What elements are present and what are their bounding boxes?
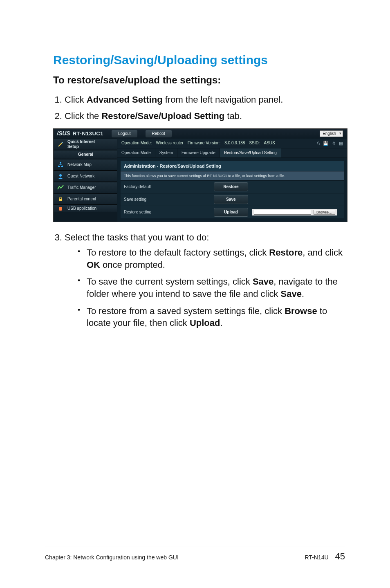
text: Select the tasks that you want to do: bbox=[65, 232, 209, 242]
bold: OK bbox=[87, 260, 100, 270]
sidebar-item-traffic-manager[interactable]: Traffic Manager bbox=[54, 182, 117, 193]
bold: Upload bbox=[190, 318, 220, 328]
bullet-1: To restore to the default factory settin… bbox=[76, 247, 345, 271]
device-icon[interactable]: ▤ bbox=[339, 141, 343, 146]
bold: Restore bbox=[269, 247, 303, 258]
page-footer: Chapter 3: Network Configuration using t… bbox=[45, 547, 345, 562]
text: To restore from a saved system settings … bbox=[87, 306, 285, 316]
step-1: Click Advanced Setting from the left nav… bbox=[65, 93, 345, 106]
row-label: Save setting bbox=[121, 195, 211, 204]
bold: Browse bbox=[285, 306, 317, 316]
subheading: To restore/save/upload the settings: bbox=[53, 74, 345, 86]
fw-link[interactable]: 3.0.0.3.138 bbox=[224, 141, 245, 146]
op-mode-label: Operation Mode: bbox=[121, 141, 152, 146]
tab-firmware-upgrade[interactable]: Firmware Upgrade bbox=[177, 148, 220, 157]
save-button[interactable]: Save bbox=[214, 195, 248, 204]
restore-button[interactable]: Restore bbox=[214, 182, 248, 191]
logout-button[interactable]: Logout bbox=[112, 130, 137, 137]
sidebar-item-qis[interactable]: Quick InternetSetup bbox=[54, 139, 117, 150]
footer-right: RT-N14U 45 bbox=[305, 551, 345, 562]
row-label: Restore setting bbox=[121, 207, 211, 217]
settings-table: Factory default Restore Save setting Sav… bbox=[121, 180, 344, 218]
row-restore-setting: Restore setting Upload Browse… bbox=[121, 206, 344, 218]
router-ui: /SUS RT-N13UC1 Logout Reboot English Qui… bbox=[53, 128, 347, 222]
info-bar: Operation Mode: Wireless router Firmware… bbox=[117, 139, 347, 148]
row-label: Factory default bbox=[121, 182, 211, 192]
svg-rect-7 bbox=[59, 207, 62, 211]
network-icon bbox=[57, 161, 64, 168]
browse-file-input[interactable]: Browse… bbox=[252, 209, 337, 216]
op-mode-link[interactable]: Wireless router bbox=[156, 141, 184, 146]
reboot-button[interactable]: Reboot bbox=[146, 130, 172, 137]
text: once prompted. bbox=[100, 260, 165, 270]
bullet-3: To restore from a saved system settings … bbox=[76, 305, 345, 329]
sidebar-item-network-map[interactable]: Network Map bbox=[54, 159, 117, 171]
svg-rect-6 bbox=[59, 199, 62, 201]
main-area: Operation Mode: Wireless router Firmware… bbox=[117, 139, 347, 222]
usb-icon bbox=[57, 205, 64, 212]
drive-icon[interactable]: 💾 bbox=[323, 141, 329, 146]
ssid-link[interactable]: ASUS bbox=[264, 141, 275, 146]
sidebar-item-guest-network[interactable]: Guest Network bbox=[54, 171, 117, 182]
tab-system[interactable]: System bbox=[155, 148, 177, 157]
tab-operation-mode[interactable]: Operation Mode bbox=[117, 148, 155, 157]
sidebar-heading-general: General bbox=[54, 150, 117, 159]
traffic-icon bbox=[57, 184, 64, 191]
sidebar-item-label: Guest Network bbox=[67, 174, 94, 179]
sidebar: Quick InternetSetup General Network Map … bbox=[54, 139, 117, 222]
sidebar-item-usb-application[interactable]: USB application bbox=[54, 205, 117, 212]
tab-restore-save-upload[interactable]: Restore/Save/Upload Setting bbox=[220, 148, 281, 157]
svg-rect-2 bbox=[60, 162, 61, 163]
guest-icon bbox=[57, 173, 64, 180]
panel: Administration - Restore/Save/Upload Set… bbox=[117, 158, 347, 222]
tab-bar: Operation Mode System Firmware Upgrade R… bbox=[117, 148, 347, 158]
file-path-box bbox=[254, 210, 311, 215]
row-save-setting: Save setting Save bbox=[121, 193, 344, 206]
text: Click the bbox=[65, 111, 101, 121]
text: . bbox=[220, 318, 222, 328]
brand-text: /SUS bbox=[57, 130, 70, 137]
sidebar-item-label: Quick InternetSetup bbox=[67, 139, 95, 149]
ssid-label: SSID: bbox=[249, 141, 260, 146]
text: , and click bbox=[303, 247, 343, 258]
bullet-2: To save the current system settings, cli… bbox=[76, 276, 345, 300]
row-factory-default: Factory default Restore bbox=[121, 180, 344, 193]
page-number: 45 bbox=[335, 551, 345, 561]
text: Click bbox=[65, 94, 87, 105]
lock-icon bbox=[57, 195, 64, 203]
svg-rect-4 bbox=[61, 166, 63, 167]
bold: Advanced Setting bbox=[87, 94, 163, 105]
top-bar: /SUS RT-N13UC1 Logout Reboot English bbox=[54, 129, 347, 139]
panel-heading: Administration - Restore/Save/Upload Set… bbox=[121, 161, 344, 171]
sidebar-item-label: Network Map bbox=[67, 162, 92, 167]
language-select[interactable]: English bbox=[320, 130, 343, 137]
upload-button[interactable]: Upload bbox=[214, 208, 248, 217]
text: To save the current system settings, cli… bbox=[87, 276, 253, 287]
wand-icon bbox=[57, 141, 64, 148]
footer-chapter: Chapter 3: Network Configuration using t… bbox=[45, 554, 179, 561]
bold: Save bbox=[253, 276, 273, 287]
sidebar-item-label: USB application bbox=[67, 206, 96, 211]
step-list-continued: Select the tasks that you want to do: To… bbox=[53, 231, 345, 329]
model-text: RT-N13UC1 bbox=[73, 130, 103, 137]
sidebar-item-parental-control[interactable]: Parental control bbox=[54, 193, 117, 205]
share-icon[interactable]: ↯ bbox=[332, 141, 336, 146]
browse-button[interactable]: Browse… bbox=[314, 210, 335, 215]
text: tab. bbox=[224, 111, 242, 121]
text: . bbox=[302, 289, 304, 299]
footer-model: RT-N14U bbox=[305, 554, 329, 561]
sidebar-item-label: Parental control bbox=[67, 197, 96, 202]
fw-label: Firmware Version: bbox=[188, 141, 221, 146]
util-icons: ⎙ 💾 ↯ ▤ bbox=[317, 141, 343, 146]
sidebar-item-label: Traffic Manager bbox=[67, 185, 96, 190]
step-3: Select the tasks that you want to do: To… bbox=[65, 231, 345, 329]
text: from the left navigation panel. bbox=[163, 94, 283, 105]
text: To restore to the default factory settin… bbox=[87, 247, 269, 258]
printer-icon[interactable]: ⎙ bbox=[317, 141, 320, 146]
bold: Save bbox=[281, 289, 302, 299]
svg-point-5 bbox=[59, 174, 62, 177]
step-2: Click the Restore/Save/Upload Setting ta… bbox=[65, 110, 345, 123]
sub-bullets: To restore to the default factory settin… bbox=[76, 247, 345, 329]
bold: Restore/Save/Upload Setting bbox=[101, 111, 224, 121]
brand-logo: /SUS RT-N13UC1 bbox=[57, 130, 103, 137]
